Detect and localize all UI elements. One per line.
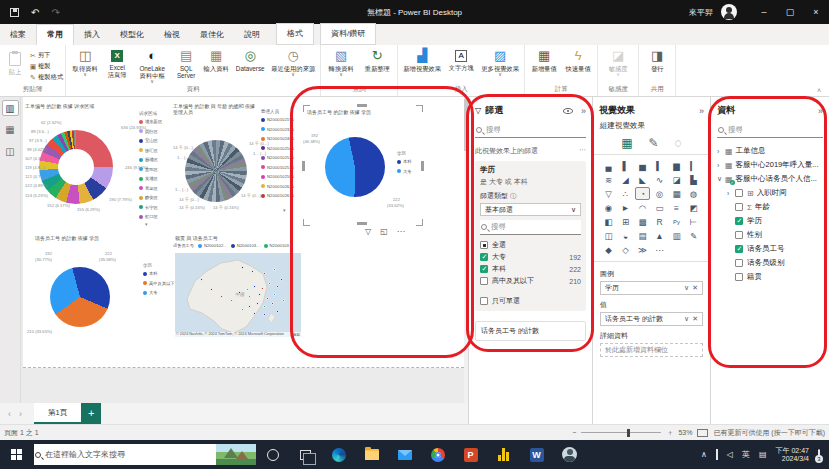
key-influencers-icon[interactable]: ◫	[601, 229, 616, 242]
cut-button[interactable]: ✂剪下	[28, 50, 63, 61]
gauge-icon[interactable]: ◠	[635, 201, 650, 214]
previous-page-icon[interactable]: ‹	[8, 409, 11, 419]
page-tab-1[interactable]: 第1頁	[34, 403, 81, 424]
slicer-icon[interactable]: ◧	[601, 215, 616, 228]
map-data-point[interactable]	[246, 288, 249, 291]
checkbox-icon[interactable]	[480, 297, 488, 305]
tab-file[interactable]: 檔案	[0, 25, 36, 45]
selection-handle[interactable]	[357, 222, 367, 225]
checkbox-icon[interactable]	[735, 273, 743, 281]
tab-insert[interactable]: 插入	[74, 25, 110, 45]
checkbox-icon[interactable]	[480, 241, 488, 249]
word-button[interactable]: W	[520, 440, 553, 469]
edge-button[interactable]	[322, 440, 355, 469]
selection-handle[interactable]	[421, 161, 424, 171]
100-stacked-bar-chart-icon[interactable]: ▆	[669, 159, 684, 172]
chrome-button[interactable]	[421, 440, 454, 469]
field-row-性别[interactable]: 性别	[711, 228, 829, 242]
tab-view[interactable]: 檢視	[154, 25, 190, 45]
ribbon-button-快速量值[interactable]: ϟ快速量值	[561, 47, 595, 72]
collapse-ribbon-icon[interactable]: ˄	[817, 87, 821, 94]
card-icon[interactable]: ▭	[652, 201, 667, 214]
scatter-chart-icon[interactable]: ∴	[618, 187, 633, 200]
powerpoint-button[interactable]: P	[454, 440, 487, 469]
file-explorer-button[interactable]	[355, 440, 388, 469]
taskbar-clock[interactable]: 下午 02:47 2024/3/4	[776, 447, 809, 463]
legend-field-well[interactable]: 学历 ∨ ✕	[600, 281, 703, 295]
model-view-button[interactable]: ◫	[2, 144, 19, 160]
selection-handle[interactable]	[416, 219, 423, 226]
treemap-icon[interactable]: ▦	[669, 187, 684, 200]
map-data-point[interactable]	[256, 302, 259, 305]
donut-chart-icon[interactable]: ◎	[652, 187, 667, 200]
values-field-well[interactable]: 话务员工号 的計數 ∨ ✕	[600, 312, 703, 326]
checkbox-icon[interactable]	[735, 217, 743, 225]
map-data-point[interactable]	[276, 285, 279, 288]
map-data-point[interactable]	[266, 297, 269, 300]
filter-option-高中及其以下[interactable]: 高中及其以下210	[480, 275, 581, 287]
map-data-point[interactable]	[261, 287, 264, 290]
tab-optimize[interactable]: 最佳化	[190, 25, 234, 45]
matrix-icon[interactable]: ▩	[635, 215, 650, 228]
checkbox-icon[interactable]	[480, 253, 488, 261]
map-data-point[interactable]	[253, 285, 256, 288]
more-options-icon[interactable]: ⋯	[397, 227, 405, 236]
tab-home[interactable]: 常用	[36, 24, 74, 45]
field-row-话务员级别[interactable]: 话务员级别	[711, 256, 829, 270]
build-visual-tab[interactable]: ▦	[621, 136, 632, 150]
filter-option-大专[interactable]: 大专192	[480, 251, 581, 263]
selection-handle[interactable]	[303, 219, 310, 226]
q-and-a-icon[interactable]: ◒	[618, 229, 633, 242]
start-button[interactable]	[0, 440, 34, 469]
pie-chart[interactable]	[325, 137, 385, 197]
ribbon-button-重新整理[interactable]: ↻重新整理	[359, 47, 395, 72]
ribbon-button-更多視覺效果[interactable]: ▨更多視覺效果∨	[478, 47, 522, 77]
save-icon[interactable]	[10, 8, 19, 17]
map-icon[interactable]: ◍	[686, 187, 701, 200]
power-bi-button[interactable]	[487, 440, 520, 469]
zoom-out-icon[interactable]: −	[572, 429, 576, 436]
filter-card-count[interactable]: 话务员工号 的計數	[475, 321, 586, 341]
expander-icon[interactable]: ∨	[717, 175, 725, 183]
map-data-point[interactable]	[238, 291, 241, 294]
restore-button[interactable]: ▢	[777, 0, 803, 24]
analytics-tab[interactable]: ◌	[675, 136, 682, 150]
clustered-column-chart-icon[interactable]: ▍	[652, 159, 667, 172]
ribbon-button-取得資料[interactable]: ◫取得資料∨	[68, 47, 102, 77]
map-data-point[interactable]	[271, 302, 274, 305]
filters-search-input[interactable]: 搜尋	[475, 123, 586, 138]
power-automate-icon[interactable]: ✎	[686, 229, 701, 242]
field-row-学历[interactable]: 学历	[711, 214, 829, 228]
visual-pie-by-agent[interactable]: 工单编号 的計數 與 年龄 的總和 依據 受理人员 14 千 (0...)1..…	[173, 103, 303, 231]
collapse-data-icon[interactable]: »	[818, 106, 823, 116]
ribbon-button-敏感度[interactable]: ◪敏感度∨	[600, 47, 636, 77]
user-app-button[interactable]	[553, 440, 586, 469]
collapse-visualizations-icon[interactable]: »	[699, 106, 704, 116]
ime-indicator[interactable]: 英	[742, 449, 750, 460]
focus-mode-icon[interactable]: ◱	[380, 227, 388, 236]
filter-type-dropdown[interactable]: 基本篩選 ∨	[480, 203, 581, 216]
next-page-icon[interactable]: ›	[19, 409, 22, 419]
close-button[interactable]: ×	[803, 0, 829, 24]
line-and-column-chart-icon[interactable]: ◪	[669, 173, 684, 186]
format-visual-tab[interactable]: ✎	[649, 136, 659, 150]
chevron-down-icon[interactable]: ∨	[684, 284, 689, 292]
new-page-button[interactable]: +	[81, 403, 101, 424]
selection-handle[interactable]	[302, 161, 305, 171]
field-row-年龄[interactable]: Σ年龄	[711, 200, 829, 214]
zoom-slider[interactable]	[581, 432, 661, 433]
search-highlight-image[interactable]	[216, 444, 256, 465]
collapse-filters-icon[interactable]: »	[581, 106, 586, 116]
table-icon[interactable]: ⊞	[618, 215, 633, 228]
checkbox-icon[interactable]	[480, 277, 488, 285]
field-row-工单信息[interactable]: ›▦工单信息	[711, 144, 829, 158]
ribbon-button-OneLake資料中樞[interactable]: ◐OneLake資料中樞∨	[132, 47, 172, 84]
ribbon-button-Dataverse[interactable]: ◎Dataverse	[232, 47, 268, 72]
funnel-chart-icon[interactable]: ▽	[601, 187, 616, 200]
map-data-point[interactable]	[251, 270, 254, 273]
100-stacked-column-chart-icon[interactable]: ▎	[686, 159, 701, 172]
details-field-well[interactable]: 於此處新增資料欄位	[600, 343, 703, 357]
ribbon-button-Excel活頁簿[interactable]: XExcel活頁簿	[102, 47, 132, 78]
pie-chart[interactable]	[185, 140, 247, 202]
arcgis-map-icon[interactable]: ◆	[601, 243, 616, 256]
